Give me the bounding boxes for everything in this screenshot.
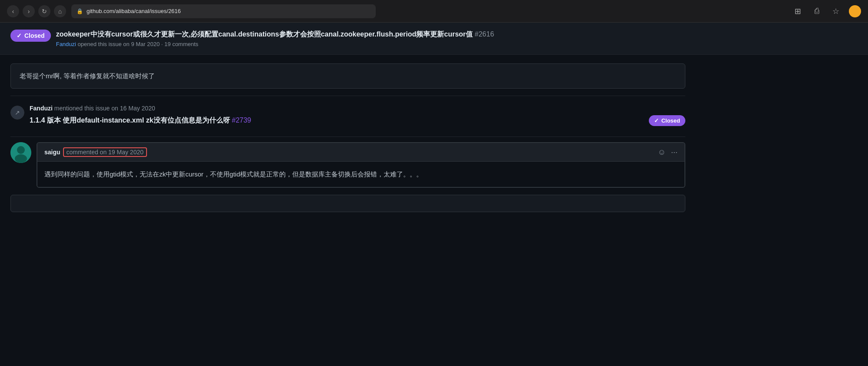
- timeline-separator: [10, 96, 685, 96]
- star-icon[interactable]: ☆: [830, 5, 842, 17]
- issue-comments-count: 19 comments: [164, 41, 198, 47]
- comment-body: 遇到同样的问题，使用gtid模式，无法在zk中更新cursor，不使用gtid模…: [37, 162, 684, 187]
- emoji-reaction-button[interactable]: ☺: [658, 148, 666, 157]
- more-options-button[interactable]: ···: [671, 148, 678, 157]
- translate-icon[interactable]: ⊞: [791, 5, 804, 17]
- content-area: 老哥提个mr啊, 等着作者修复就不知道啥时候了 ↗ Fanduzi mentio…: [0, 55, 696, 221]
- issue-header: ✓ Closed zookeeper中没有cursor或很久才更新一次,必须配置…: [0, 23, 868, 55]
- nav-buttons: ‹ › ↻ ⌂: [7, 5, 66, 17]
- mention-link-icon: ↗: [15, 109, 20, 116]
- comment-header-left: saigu commented on 19 May 2020: [44, 147, 147, 157]
- svg-point-2: [15, 154, 27, 163]
- browser-actions: ⊞ ⎙ ☆: [791, 5, 861, 17]
- mention-issue-title-text: 1.1.4 版本 使用default-instance.xml zk没有位点信息…: [30, 116, 230, 124]
- issue-meta: Fanduzi opened this issue on 9 Mar 2020 …: [56, 41, 858, 47]
- mention-date: 16 May 2020: [120, 105, 155, 112]
- issue-title-area: zookeeper中没有cursor或很久才更新一次,必须配置canal.des…: [56, 30, 858, 47]
- forward-button[interactable]: ›: [23, 5, 35, 17]
- mention-action: mentioned this issue on: [54, 105, 118, 112]
- mention-icon: ↗: [10, 106, 24, 120]
- profile-avatar[interactable]: [849, 5, 861, 17]
- comment-bubble: saigu commented on 19 May 2020 ☺ ··· 遇到同…: [37, 142, 685, 188]
- back-button[interactable]: ‹: [7, 5, 19, 17]
- mention-issue-title: 1.1.4 版本 使用default-instance.xml zk没有位点信息…: [30, 116, 644, 125]
- lock-icon: 🔒: [77, 8, 83, 14]
- avatar-svg: [10, 142, 31, 163]
- comment-body-text: 遇到同样的问题，使用gtid模式，无法在zk中更新cursor，不使用gtid模…: [44, 169, 678, 180]
- mention-issue-line: 1.1.4 版本 使用default-instance.xml zk没有位点信息…: [30, 115, 685, 126]
- issue-status-badge: ✓ Closed: [10, 30, 51, 42]
- github-page: ✓ Closed zookeeper中没有cursor或很久才更新一次,必须配置…: [0, 23, 868, 221]
- address-bar[interactable]: 🔒 github.com/alibaba/canal/issues/2616: [71, 4, 376, 18]
- comment-header-actions: ☺ ···: [658, 148, 678, 157]
- issue-meta-text: opened this issue on: [78, 41, 131, 47]
- comment-timestamp-highlighted: commented on 19 May 2020: [63, 147, 147, 157]
- issue-title-text: zookeeper中没有cursor或很久才更新一次,必须配置canal.des…: [56, 30, 473, 38]
- mention-issue-number: #2739: [232, 116, 251, 124]
- home-button[interactable]: ⌂: [54, 5, 66, 17]
- svg-point-1: [17, 146, 25, 154]
- old-comment-text: 老哥提个mr啊, 等着作者修复就不知道啥时候了: [20, 71, 676, 81]
- url-text: github.com/alibaba/canal/issues/2616: [87, 8, 181, 14]
- comment-author[interactable]: saigu: [44, 149, 60, 156]
- share-icon[interactable]: ⎙: [811, 5, 823, 17]
- mention-status-label: Closed: [661, 117, 680, 124]
- mention-user[interactable]: Fanduzi: [30, 105, 53, 112]
- issue-open-date: 9 Mar 2020: [131, 41, 160, 47]
- bottom-partial-comment: [10, 195, 685, 212]
- mention-header: Fanduzi mentioned this issue on 16 May 2…: [30, 105, 685, 112]
- refresh-button[interactable]: ↻: [38, 5, 50, 17]
- issue-title: zookeeper中没有cursor或很久才更新一次,必须配置canal.des…: [56, 30, 858, 39]
- issue-author-link[interactable]: Fanduzi: [56, 41, 76, 47]
- mention-row: ↗ Fanduzi mentioned this issue on 16 May…: [10, 101, 685, 130]
- browser-chrome: ‹ › ↻ ⌂ 🔒 github.com/alibaba/canal/issue…: [0, 0, 868, 23]
- old-comment-card: 老哥提个mr啊, 等着作者修复就不知道啥时候了: [10, 63, 685, 89]
- comment-bubble-header: saigu commented on 19 May 2020 ☺ ···: [37, 143, 684, 162]
- comment-block: saigu commented on 19 May 2020 ☺ ··· 遇到同…: [10, 142, 685, 188]
- check-icon: ✓: [17, 32, 22, 39]
- issue-meta-separator: ·: [161, 41, 164, 47]
- avatar-image: [10, 142, 31, 163]
- issue-status-label: Closed: [24, 32, 45, 39]
- issue-number: #2616: [475, 30, 494, 38]
- mention-check-icon: ✓: [654, 117, 659, 124]
- commenter-avatar: [10, 142, 31, 163]
- separator-2: [10, 136, 685, 137]
- mention-content: Fanduzi mentioned this issue on 16 May 2…: [30, 105, 685, 126]
- mention-closed-badge: ✓ Closed: [649, 115, 685, 126]
